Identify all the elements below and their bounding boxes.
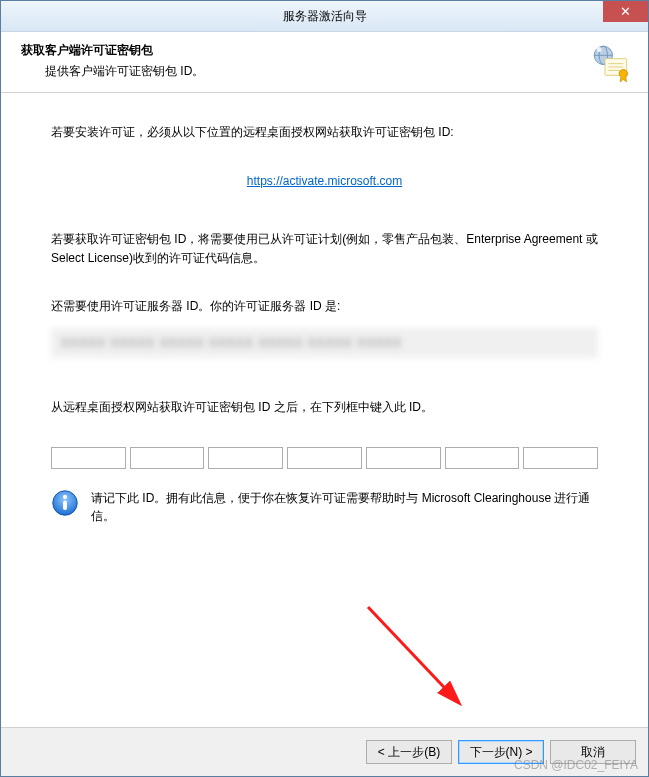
- keypack-field-1[interactable]: [51, 447, 126, 469]
- after-notice-text: 从远程桌面授权网站获取许可证密钥包 ID 之后，在下列框中键入此 ID。: [51, 398, 598, 417]
- info-row: 请记下此 ID。拥有此信息，便于你在恢复许可证需要帮助时与 Microsoft …: [51, 489, 598, 526]
- keypack-field-2[interactable]: [130, 447, 205, 469]
- svg-point-8: [619, 70, 627, 78]
- keypack-field-6[interactable]: [445, 447, 520, 469]
- info-text: 请记下此 ID。拥有此信息，便于你在恢复许可证需要帮助时与 Microsoft …: [91, 489, 598, 526]
- back-button[interactable]: < 上一步(B): [366, 740, 452, 764]
- wizard-content: 若要安装许可证，必须从以下位置的远程桌面授权网站获取许可证密钥包 ID: htt…: [1, 93, 648, 727]
- window-title: 服务器激活向导: [283, 8, 367, 25]
- header-title: 获取客户端许可证密钥包: [21, 42, 628, 59]
- titlebar: 服务器激活向导 ✕: [1, 1, 648, 32]
- server-id-notice-text: 还需要使用许可证服务器 ID。你的许可证服务器 ID 是:: [51, 297, 598, 316]
- keypack-field-7[interactable]: [523, 447, 598, 469]
- keypack-field-3[interactable]: [208, 447, 283, 469]
- activation-link[interactable]: https://activate.microsoft.com: [51, 172, 598, 191]
- wizard-window: 服务器激活向导 ✕ 获取客户端许可证密钥包 提供客户端许可证密钥包 ID。 若要…: [0, 0, 649, 777]
- svg-point-3: [597, 47, 602, 52]
- close-button[interactable]: ✕: [603, 1, 648, 22]
- wizard-footer: < 上一步(B) 下一步(N) > 取消: [1, 727, 648, 776]
- svg-point-10: [63, 494, 67, 498]
- keypack-field-4[interactable]: [287, 447, 362, 469]
- svg-rect-11: [63, 500, 67, 510]
- wizard-header: 获取客户端许可证密钥包 提供客户端许可证密钥包 ID。: [1, 32, 648, 93]
- header-subtitle: 提供客户端许可证密钥包 ID。: [45, 63, 628, 80]
- keypack-field-5[interactable]: [366, 447, 441, 469]
- close-icon: ✕: [620, 4, 631, 19]
- cancel-button[interactable]: 取消: [550, 740, 636, 764]
- annotation-arrow-icon: [358, 597, 478, 717]
- certificate-icon: [590, 42, 630, 82]
- keypack-id-inputs: [51, 447, 598, 469]
- next-button[interactable]: 下一步(N) >: [458, 740, 544, 764]
- svg-line-12: [368, 607, 458, 702]
- install-notice-text: 若要安装许可证，必须从以下位置的远程桌面授权网站获取许可证密钥包 ID:: [51, 123, 598, 142]
- info-icon: [51, 489, 79, 517]
- server-id-display: XXXXX XXXXX XXXXX XXXXX XXXXX XXXXX XXXX…: [51, 328, 598, 358]
- acquire-notice-text: 若要获取许可证密钥包 ID，将需要使用已从许可证计划(例如，零售产品包装、Ent…: [51, 230, 598, 267]
